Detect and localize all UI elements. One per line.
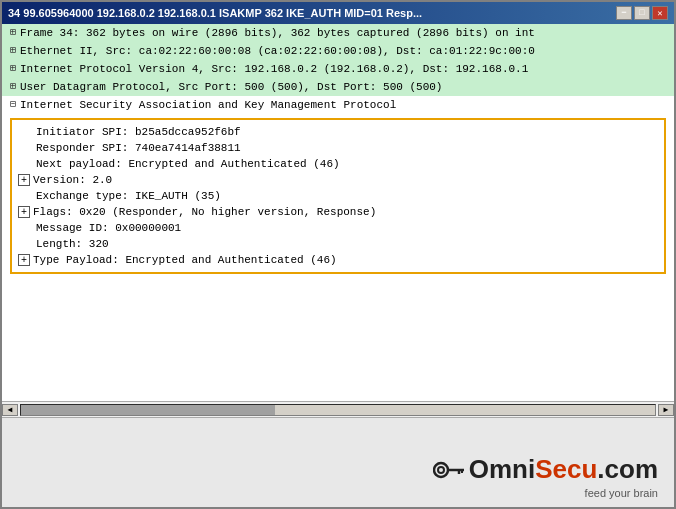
table-row[interactable]: ⊞ Ethernet II, Src: ca:02:22:60:00:08 (c… [2, 42, 674, 60]
window-controls: − □ ✕ [616, 6, 668, 20]
row-text: Internet Protocol Version 4, Src: 192.16… [20, 61, 528, 77]
svg-point-0 [434, 463, 448, 477]
list-item[interactable]: + Version: 2.0 [18, 172, 658, 188]
list-item: Length: 320 [18, 236, 658, 252]
detail-text: Exchange type: IKE_AUTH (35) [36, 188, 221, 204]
minimize-button[interactable]: − [616, 6, 632, 20]
window-title: 34 99.605964000 192.168.0.2 192.168.0.1 … [8, 7, 422, 19]
expand-icon[interactable]: ⊞ [6, 79, 20, 95]
scrollbar-thumb[interactable] [21, 405, 275, 415]
expand-icon[interactable]: + [18, 254, 30, 266]
logo-omni: Omni [469, 454, 535, 484]
table-row[interactable]: ⊞ Frame 34: 362 bytes on wire (2896 bits… [2, 24, 674, 42]
row-text: Internet Security Association and Key Ma… [20, 97, 396, 113]
detail-text: Message ID: 0x00000001 [36, 220, 181, 236]
scroll-right-button[interactable]: ▶ [658, 404, 674, 416]
detail-text: Type Payload: Encrypted and Authenticate… [33, 252, 337, 268]
row-text: User Datagram Protocol, Src Port: 500 (5… [20, 79, 442, 95]
list-item: Initiator SPI: b25a5dcca952f6bf [18, 124, 658, 140]
horizontal-scrollbar[interactable]: ◀ ▶ [2, 401, 674, 417]
key-icon [433, 461, 465, 479]
table-row[interactable]: ⊟ Internet Security Association and Key … [2, 96, 674, 114]
table-row[interactable]: ⊞ User Datagram Protocol, Src Port: 500 … [2, 78, 674, 96]
row-text: Ethernet II, Src: ca:02:22:60:00:08 (ca:… [20, 43, 535, 59]
detail-panel: Initiator SPI: b25a5dcca952f6bf Responde… [10, 118, 666, 274]
expand-icon[interactable]: + [18, 206, 30, 218]
logo-area: OmniSecu.com feed your brain [433, 454, 658, 499]
scroll-left-button[interactable]: ◀ [2, 404, 18, 416]
packet-list: ⊞ Frame 34: 362 bytes on wire (2896 bits… [2, 24, 674, 401]
close-button[interactable]: ✕ [652, 6, 668, 20]
maximize-button[interactable]: □ [634, 6, 650, 20]
scrollbar-track[interactable] [20, 404, 656, 416]
list-item: Responder SPI: 740ea7414af38811 [18, 140, 658, 156]
detail-text: Next payload: Encrypted and Authenticate… [36, 156, 340, 172]
title-bar: 34 99.605964000 192.168.0.2 192.168.0.1 … [2, 2, 674, 24]
main-window: 34 99.605964000 192.168.0.2 192.168.0.1 … [0, 0, 676, 509]
expand-icon[interactable]: ⊟ [6, 97, 20, 113]
logo: OmniSecu.com [433, 454, 658, 485]
list-item[interactable]: + Flags: 0x20 (Responder, No higher vers… [18, 204, 658, 220]
expand-icon[interactable]: + [18, 174, 30, 186]
logo-com: .com [597, 454, 658, 484]
logo-tagline: feed your brain [433, 487, 658, 499]
list-item: Exchange type: IKE_AUTH (35) [18, 188, 658, 204]
bottom-area: OmniSecu.com feed your brain [2, 417, 674, 507]
detail-text: Responder SPI: 740ea7414af38811 [36, 140, 241, 156]
list-item: Next payload: Encrypted and Authenticate… [18, 156, 658, 172]
detail-text: Length: 320 [36, 236, 109, 252]
logo-text: OmniSecu.com [469, 454, 658, 485]
logo-secu: Secu [535, 454, 597, 484]
list-item[interactable]: + Type Payload: Encrypted and Authentica… [18, 252, 658, 268]
svg-point-1 [438, 467, 444, 473]
table-row[interactable]: ⊞ Internet Protocol Version 4, Src: 192.… [2, 60, 674, 78]
expand-icon[interactable]: ⊞ [6, 61, 20, 77]
expand-icon[interactable]: ⊞ [6, 43, 20, 59]
expand-icon[interactable]: ⊞ [6, 25, 20, 41]
list-item: Message ID: 0x00000001 [18, 220, 658, 236]
detail-text: Initiator SPI: b25a5dcca952f6bf [36, 124, 241, 140]
row-text: Frame 34: 362 bytes on wire (2896 bits),… [20, 25, 535, 41]
content-area: ⊞ Frame 34: 362 bytes on wire (2896 bits… [2, 24, 674, 507]
detail-text: Version: 2.0 [33, 172, 112, 188]
detail-text: Flags: 0x20 (Responder, No higher versio… [33, 204, 376, 220]
